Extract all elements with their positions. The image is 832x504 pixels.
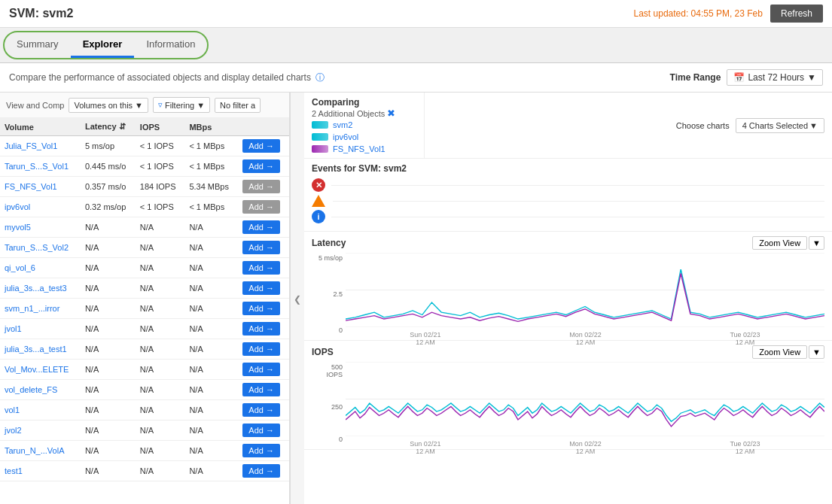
- col-action: [238, 118, 289, 136]
- volumes-dropdown[interactable]: Volumes on this ▼: [69, 98, 148, 113]
- error-icon: ✕: [312, 178, 325, 192]
- volume-link[interactable]: test1: [5, 466, 23, 475]
- volume-link[interactable]: vol_delete_FS: [5, 385, 57, 394]
- header-right: Last updated: 04:55 PM, 23 Feb Refresh: [634, 5, 823, 23]
- volume-link[interactable]: FS_NFS_Vol1: [5, 182, 57, 191]
- add-button[interactable]: Add →: [242, 464, 280, 478]
- volume-link[interactable]: jvol1: [5, 324, 22, 333]
- charts-select[interactable]: 4 Charts Selected ▼: [736, 118, 824, 133]
- volume-name-cell: jvol1: [0, 319, 81, 339]
- chevron-down-icon: ▼: [135, 101, 143, 110]
- comparing-subtitle: 2 Additional Objects: [312, 109, 385, 118]
- volume-link[interactable]: svm_n1_...irror: [5, 304, 59, 313]
- table-row: jvol2N/AN/AN/AAdd →: [0, 421, 289, 441]
- mbps-cell: N/A: [184, 441, 238, 461]
- latency-cell: N/A: [81, 461, 136, 481]
- volume-name-cell: julia_3s...a_test3: [0, 278, 81, 299]
- tab-information[interactable]: Information: [134, 32, 207, 58]
- tab-explorer[interactable]: Explorer: [71, 32, 135, 58]
- volume-link[interactable]: julia_3s...a_test3: [5, 284, 67, 293]
- obj-name-fsnfsvol1[interactable]: FS_NFS_Vol1: [333, 144, 386, 153]
- refresh-button[interactable]: Refresh: [770, 5, 823, 23]
- info-event-icon: i: [312, 210, 325, 223]
- table-row: julia_3s...a_test1N/AN/AN/AAdd →: [0, 339, 289, 360]
- add-button[interactable]: Add →: [242, 220, 280, 234]
- add-button[interactable]: Add →: [242, 241, 280, 254]
- close-comparing-button[interactable]: ✖: [387, 108, 395, 119]
- chevron-down-icon: ▼: [807, 72, 816, 83]
- iops-zoom-button[interactable]: Zoom View: [752, 345, 807, 359]
- volume-link[interactable]: ipv6vol: [5, 202, 30, 211]
- latency-zoom-dropdown[interactable]: ▼: [809, 236, 824, 250]
- add-button[interactable]: Add →: [242, 403, 280, 417]
- iops-zoom-dropdown[interactable]: ▼: [809, 345, 824, 359]
- help-icon[interactable]: ⓘ: [315, 71, 325, 84]
- iops-y-axis: 500 IOPS 250 0: [312, 362, 346, 445]
- event-line-error: [331, 185, 824, 186]
- scroll-indicator[interactable]: ❮: [290, 93, 304, 504]
- volume-link[interactable]: Tarun_S...S_Vol2: [5, 243, 69, 252]
- event-line-warning: [333, 201, 824, 202]
- add-btn-cell: Add →: [238, 400, 289, 421]
- latency-cell: N/A: [81, 319, 136, 339]
- time-range-select[interactable]: 📅 Last 72 Hours ▼: [727, 69, 823, 86]
- add-button[interactable]: Add →: [242, 444, 280, 457]
- add-button[interactable]: Add →: [242, 281, 280, 295]
- mbps-cell: N/A: [184, 461, 238, 481]
- obj-color-ipv6vol: [312, 133, 328, 141]
- iops-cell: N/A: [136, 319, 185, 339]
- obj-color-svm2: [312, 121, 328, 129]
- table-row: ipv6vol0.32 ms/op< 1 IOPS< 1 MBpsAdd →: [0, 197, 289, 217]
- add-button[interactable]: Add →: [242, 342, 280, 356]
- add-button[interactable]: Add →: [242, 363, 280, 376]
- events-section: Events for SVM: svm2 ✕ i: [304, 159, 832, 232]
- col-mbps: MBps: [184, 118, 238, 136]
- chevron-left-icon: ❮: [294, 294, 301, 305]
- volume-link[interactable]: Tarun_S...S_Vol1: [5, 162, 69, 171]
- volume-name-cell: Tarun_S...S_Vol2: [0, 238, 81, 258]
- time-range-label: Time Range: [670, 72, 721, 83]
- event-warning-row: [312, 195, 824, 207]
- volume-link[interactable]: Vol_Mov...ELETE: [5, 365, 69, 374]
- add-button[interactable]: Add →: [242, 261, 280, 275]
- tab-summary[interactable]: Summary: [5, 32, 71, 58]
- latency-chart-svg-container: Sun 02/2112 AM Mon 02/2212 AM Tue 02/231…: [346, 253, 824, 335]
- add-button[interactable]: Add →: [242, 302, 280, 315]
- remove-button[interactable]: Add →: [242, 180, 280, 193]
- volume-link[interactable]: julia_3s...a_test1: [5, 345, 67, 354]
- volume-link[interactable]: qi_vol_6: [5, 263, 35, 272]
- filtering-dropdown[interactable]: ▿ Filtering ▼: [153, 97, 210, 113]
- iops-cell: N/A: [136, 299, 185, 319]
- mbps-cell: N/A: [184, 360, 238, 380]
- col-latency[interactable]: Latency ⇵: [81, 118, 136, 136]
- table-row: Tarun_S...S_Vol10.445 ms/o< 1 IOPS< 1 MB…: [0, 156, 289, 177]
- volume-link[interactable]: myvol5: [5, 223, 31, 232]
- iops-cell: < 1 IOPS: [136, 136, 185, 156]
- no-filter-dropdown[interactable]: No filter a: [215, 98, 261, 113]
- volume-link[interactable]: vol1: [5, 405, 20, 414]
- add-button[interactable]: Add →: [242, 424, 280, 437]
- mbps-cell: < 1 MBps: [184, 136, 238, 156]
- remove-button[interactable]: Add →: [242, 200, 280, 214]
- latency-cell: N/A: [81, 400, 136, 421]
- volume-name-cell: julia_3s...a_test1: [0, 339, 81, 360]
- volume-link[interactable]: Tarun_N_...VolA: [5, 446, 65, 455]
- add-button[interactable]: Add →: [242, 383, 280, 396]
- subtitle-row: Compare the performance of associated ob…: [0, 63, 832, 93]
- latency-zoom-button[interactable]: Zoom View: [752, 236, 807, 250]
- sort-icon: ⇵: [119, 122, 126, 131]
- event-info-row: i: [312, 210, 824, 223]
- obj-name-svm2[interactable]: svm2: [333, 120, 352, 129]
- add-button[interactable]: Add →: [242, 139, 280, 153]
- add-btn-cell: Add →: [238, 360, 289, 380]
- calendar-icon: 📅: [733, 72, 745, 83]
- latency-cell: N/A: [81, 380, 136, 400]
- obj-name-ipv6vol[interactable]: ipv6vol: [333, 132, 358, 141]
- view-comp-label: View and Comp: [6, 101, 64, 110]
- iops-chart-block: IOPS Zoom View ▼ 500 IOPS 250 0: [304, 341, 832, 450]
- volume-link[interactable]: jvol2: [5, 426, 22, 435]
- add-btn-cell: Add →: [238, 238, 289, 258]
- volume-link[interactable]: Julia_FS_Vol1: [5, 141, 57, 150]
- add-button[interactable]: Add →: [242, 322, 280, 335]
- add-button[interactable]: Add →: [242, 159, 280, 173]
